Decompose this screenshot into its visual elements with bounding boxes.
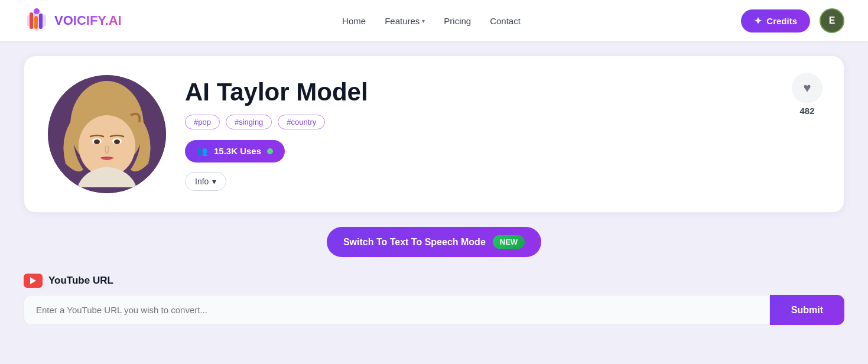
- youtube-url-input[interactable]: [24, 295, 770, 325]
- svg-rect-3: [39, 14, 43, 29]
- info-chevron-icon: ▾: [212, 177, 216, 186]
- model-avatar: [48, 75, 166, 193]
- avatar[interactable]: E: [820, 8, 844, 33]
- logo[interactable]: VOICIFY.AI: [24, 8, 122, 34]
- nav-contact[interactable]: Contact: [490, 16, 521, 26]
- svg-point-4: [34, 8, 40, 14]
- credits-icon: ✦: [754, 15, 762, 27]
- svg-point-11: [94, 139, 100, 144]
- tag-country: #country: [278, 115, 325, 129]
- info-button[interactable]: Info ▾: [185, 172, 226, 191]
- uses-icon: 👥: [197, 146, 208, 157]
- nav-home[interactable]: Home: [342, 16, 366, 26]
- model-tags: #pop #singing #country: [185, 115, 820, 129]
- svg-rect-1: [30, 12, 33, 29]
- switch-mode-area: Switch To Text To Speech Mode NEW: [24, 227, 844, 257]
- svg-rect-2: [34, 16, 38, 29]
- like-button[interactable]: ♥: [792, 73, 823, 103]
- url-input-row: Submit: [24, 295, 844, 325]
- nav: Home Features ▾ Pricing Contact: [342, 16, 521, 26]
- model-name: AI Taylor Model: [185, 78, 820, 106]
- online-indicator: [267, 148, 273, 154]
- nav-pricing[interactable]: Pricing: [444, 16, 471, 26]
- like-count: 482: [799, 106, 814, 116]
- youtube-section: YouTube URL Submit: [24, 274, 844, 339]
- tag-singing: #singing: [226, 115, 272, 129]
- youtube-label: YouTube URL: [24, 274, 844, 288]
- features-chevron-icon: ▾: [422, 18, 425, 24]
- logo-text: VOICIFY.AI: [54, 13, 122, 28]
- youtube-icon: [24, 274, 43, 288]
- main-content: AI Taylor Model #pop #singing #country 👥…: [0, 41, 868, 353]
- switch-mode-button[interactable]: Switch To Text To Speech Mode NEW: [327, 227, 541, 257]
- like-area: ♥ 482: [792, 73, 823, 116]
- submit-button[interactable]: Submit: [770, 295, 844, 325]
- nav-features[interactable]: Features ▾: [385, 16, 425, 26]
- logo-icon: [24, 8, 50, 34]
- header-right: ✦ Credits E: [741, 8, 844, 33]
- new-badge: NEW: [493, 235, 525, 249]
- svg-point-12: [114, 139, 120, 144]
- model-info: AI Taylor Model #pop #singing #country 👥…: [185, 78, 820, 191]
- model-card: AI Taylor Model #pop #singing #country 👥…: [24, 56, 844, 213]
- credits-button[interactable]: ✦ Credits: [741, 9, 810, 32]
- uses-badge: 👥 15.3K Uses: [185, 140, 285, 162]
- header: VOICIFY.AI Home Features ▾ Pricing Conta…: [0, 0, 868, 41]
- tag-pop: #pop: [185, 115, 220, 129]
